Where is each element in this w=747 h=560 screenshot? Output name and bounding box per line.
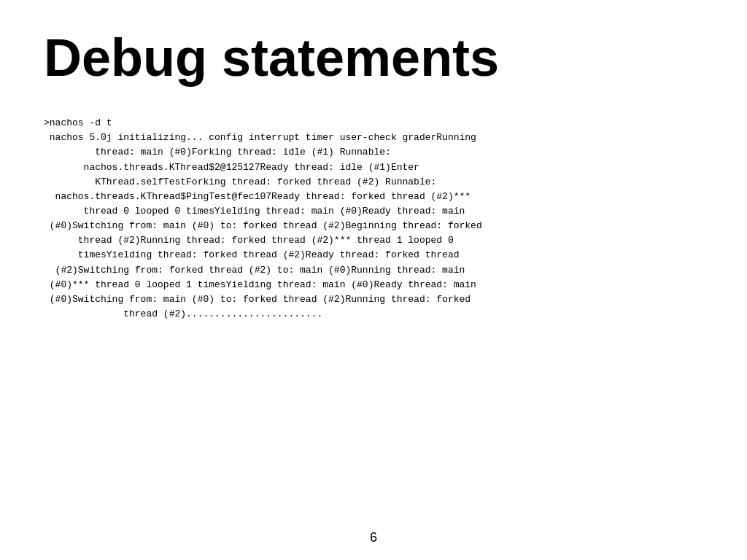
content-area: >nachos -d t nachos 5.0j initializing...…	[44, 116, 703, 322]
code-block: >nachos -d t nachos 5.0j initializing...…	[44, 116, 703, 322]
slide-title: Debug statements	[44, 29, 703, 87]
page-number: 6	[370, 530, 377, 545]
slide-container: Debug statements >nachos -d t nachos 5.0…	[0, 0, 747, 560]
